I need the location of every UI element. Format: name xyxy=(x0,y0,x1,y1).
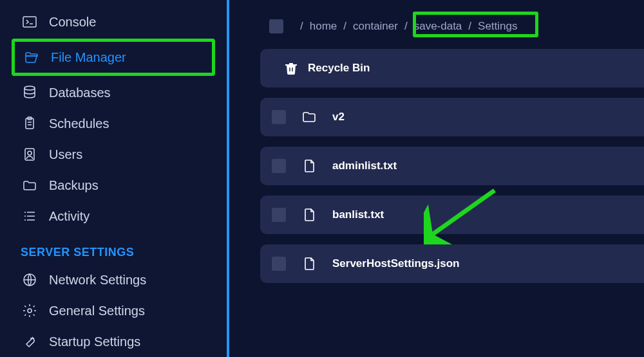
sidebar-item-label: Backups xyxy=(49,178,99,193)
trash-icon xyxy=(283,60,299,76)
list-icon xyxy=(22,208,37,224)
row-checkbox[interactable] xyxy=(272,110,286,124)
breadcrumb-segment: / xyxy=(341,18,349,35)
sidebar-item-label: Startup Settings xyxy=(49,334,140,349)
sidebar-item-users[interactable]: Users xyxy=(0,140,220,169)
row-checkbox[interactable] xyxy=(272,257,286,271)
sidebar-item-startup-settings[interactable]: Startup Settings xyxy=(0,327,220,356)
terminal-icon xyxy=(22,14,37,30)
sidebar-item-backups[interactable]: Backups xyxy=(0,171,220,199)
folder-open-icon xyxy=(24,50,39,65)
sidebar-item-console[interactable]: Console xyxy=(0,8,220,36)
file-name: Recycle Bin xyxy=(308,62,370,75)
file-name: adminlist.txt xyxy=(332,160,397,172)
svg-point-7 xyxy=(28,309,32,313)
sidebar-item-label: File Manager xyxy=(51,50,126,65)
svg-rect-8 xyxy=(285,64,297,66)
folder-icon xyxy=(301,109,317,125)
clipboard-icon xyxy=(22,116,37,131)
svg-point-1 xyxy=(24,86,35,90)
sidebar-item-databases[interactable]: Databases xyxy=(0,78,220,107)
file-name: v2 xyxy=(332,111,345,124)
wrench-icon xyxy=(22,334,37,349)
select-all-checkbox[interactable] xyxy=(269,19,283,33)
file-row[interactable]: v2 xyxy=(260,98,644,136)
file-icon xyxy=(301,207,317,223)
sidebar: Console File Manager Databases Schedules xyxy=(0,0,229,357)
sidebar-item-label: General Settings xyxy=(49,304,145,318)
file-icon xyxy=(301,256,317,271)
sidebar-item-label: Network Settings xyxy=(49,273,146,288)
annotation-highlight-sidebar: File Manager xyxy=(12,39,215,76)
svg-rect-0 xyxy=(23,17,36,27)
user-badge-icon xyxy=(22,147,37,162)
sidebar-item-activity[interactable]: Activity xyxy=(0,202,220,230)
sidebar-item-label: Activity xyxy=(49,209,90,224)
file-row[interactable]: banlist.txt xyxy=(260,196,644,234)
row-checkbox[interactable] xyxy=(272,159,286,173)
file-row[interactable]: ServerHostSettings.json xyxy=(260,244,644,283)
sidebar-item-schedules[interactable]: Schedules xyxy=(0,109,220,138)
breadcrumb: / home / container / save-data / Setting… xyxy=(229,15,644,37)
file-name: banlist.txt xyxy=(332,208,384,221)
svg-point-5 xyxy=(28,151,32,155)
file-icon xyxy=(301,158,317,174)
file-row[interactable]: adminlist.txt xyxy=(260,147,644,185)
annotation-highlight-breadcrumb xyxy=(413,12,538,37)
archive-icon xyxy=(22,178,37,193)
file-list: Recycle Bin v2 adminlist.txt xyxy=(229,49,644,283)
sidebar-item-general-settings[interactable]: General Settings xyxy=(0,297,220,325)
recycle-bin-row[interactable]: Recycle Bin xyxy=(260,49,644,87)
breadcrumb-segment[interactable]: / xyxy=(298,18,306,35)
sidebar-item-network-settings[interactable]: Network Settings xyxy=(0,266,220,294)
globe-icon xyxy=(22,272,37,288)
file-name: ServerHostSettings.json xyxy=(332,257,459,270)
sidebar-section-header: SERVER SETTINGS xyxy=(0,233,227,263)
sidebar-item-label: Schedules xyxy=(49,116,109,131)
breadcrumb-segment[interactable]: home xyxy=(307,18,340,35)
gear-icon xyxy=(22,303,37,318)
breadcrumb-segment: / xyxy=(402,18,410,35)
row-checkbox[interactable] xyxy=(272,208,286,222)
breadcrumb-segment[interactable]: container xyxy=(350,18,401,35)
sidebar-item-file-manager[interactable]: File Manager xyxy=(15,43,212,71)
sidebar-item-label: Console xyxy=(49,15,96,30)
sidebar-item-label: Databases xyxy=(49,86,111,100)
sidebar-item-label: Users xyxy=(49,147,82,162)
database-icon xyxy=(22,85,37,100)
main-panel: / home / container / save-data / Setting… xyxy=(229,0,644,357)
